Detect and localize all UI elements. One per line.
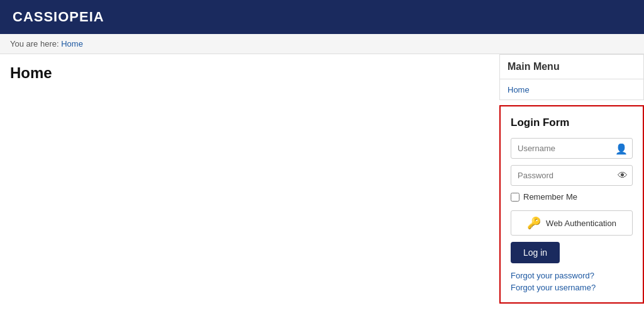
login-button[interactable]: Log in	[511, 242, 560, 263]
content-area: Home Main Menu Home Login Form 👤 👁	[0, 54, 644, 314]
right-panel: Main Menu Home Login Form 👤 👁	[499, 54, 644, 314]
user-icon: 👤	[615, 142, 628, 154]
breadcrumb-bar: You are here: Home	[0, 34, 644, 54]
web-auth-label: Web Authentication	[546, 219, 616, 228]
breadcrumb-prefix: You are here:	[10, 39, 59, 48]
breadcrumb-home-link[interactable]: Home	[61, 39, 83, 48]
password-input-group: 👁	[511, 165, 633, 186]
remember-me-group: Remember Me	[511, 192, 633, 202]
username-input-group: 👤	[511, 138, 633, 159]
forgot-password-link[interactable]: Forgot your password?	[511, 271, 633, 280]
username-input[interactable]	[511, 138, 633, 159]
login-button-row: Log in	[511, 242, 633, 271]
login-form-box: Login Form 👤 👁 Remember Me 🔑 Web Authent…	[499, 105, 644, 304]
forgot-links: Forgot your password? Forgot your userna…	[511, 271, 633, 292]
main-menu-home-link[interactable]: Home	[508, 85, 530, 94]
forgot-username-link[interactable]: Forgot your username?	[511, 283, 633, 292]
web-auth-button[interactable]: 🔑 Web Authentication	[511, 210, 633, 236]
login-form-title: Login Form	[511, 117, 633, 129]
main-menu-list: Home	[500, 79, 643, 100]
remember-me-checkbox[interactable]	[511, 193, 519, 202]
remember-me-label[interactable]: Remember Me	[523, 192, 577, 202]
main-menu-box: Main Menu Home	[499, 54, 644, 100]
main-menu-item-home[interactable]: Home	[508, 84, 636, 94]
page-heading: Home	[10, 64, 489, 82]
password-input[interactable]	[511, 165, 633, 186]
site-title: CASSIOPEIA	[13, 9, 104, 25]
main-menu-title: Main Menu	[500, 55, 643, 79]
left-panel: Home	[0, 54, 499, 314]
site-header: CASSIOPEIA	[0, 0, 644, 34]
eye-icon[interactable]: 👁	[618, 170, 628, 181]
web-auth-icon: 🔑	[527, 216, 541, 230]
